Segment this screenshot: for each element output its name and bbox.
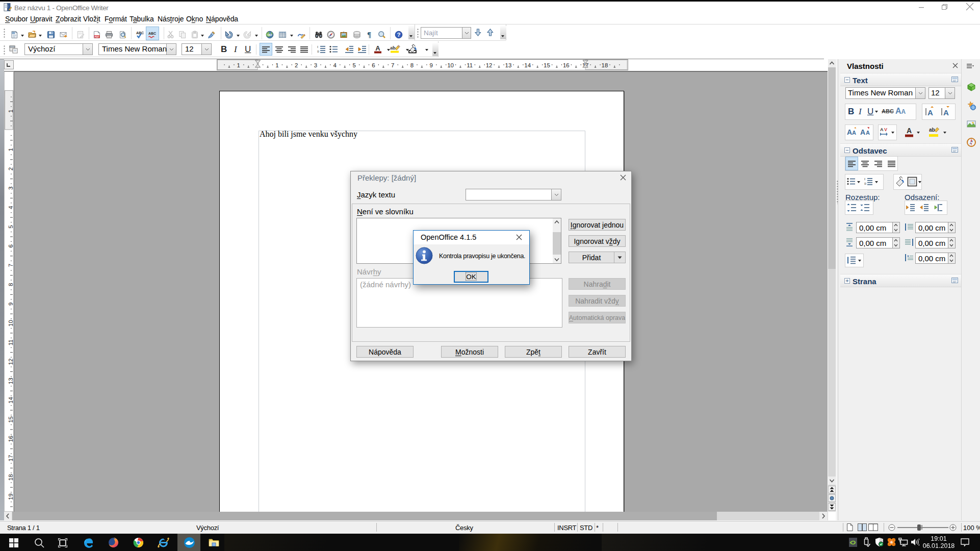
svg-text:12: 12 bbox=[8, 359, 14, 365]
svg-text:A: A bbox=[860, 128, 865, 136]
svg-text:5: 5 bbox=[352, 62, 355, 68]
svg-text:18: 18 bbox=[8, 474, 14, 481]
svg-text:I: I bbox=[864, 178, 865, 181]
svg-text:A: A bbox=[847, 128, 852, 136]
svg-text:13: 13 bbox=[8, 378, 14, 384]
svg-text:1: 1 bbox=[8, 148, 14, 151]
svg-text:4: 4 bbox=[333, 62, 337, 68]
svg-text:A: A bbox=[866, 130, 870, 136]
svg-text:9: 9 bbox=[430, 62, 433, 68]
svg-text:¶: ¶ bbox=[367, 31, 371, 39]
svg-text:1: 1 bbox=[275, 62, 278, 68]
svg-text:PDF: PDF bbox=[94, 36, 99, 38]
svg-text:ABC: ABC bbox=[136, 31, 144, 35]
svg-text:II: II bbox=[864, 182, 866, 185]
svg-text:2: 2 bbox=[8, 167, 14, 170]
svg-text:18: 18 bbox=[602, 62, 608, 68]
svg-text:4: 4 bbox=[8, 206, 14, 209]
svg-text:6: 6 bbox=[372, 62, 375, 68]
svg-text:15: 15 bbox=[8, 416, 14, 423]
svg-text:6: 6 bbox=[8, 244, 14, 247]
svg-text:A: A bbox=[907, 127, 912, 135]
svg-text:7: 7 bbox=[391, 62, 394, 68]
svg-text:14: 14 bbox=[524, 62, 531, 68]
svg-text:10: 10 bbox=[8, 320, 14, 327]
svg-text:7: 7 bbox=[8, 264, 14, 267]
svg-text:ab: ab bbox=[929, 127, 935, 133]
svg-text:15: 15 bbox=[544, 62, 550, 68]
svg-text:5: 5 bbox=[8, 225, 14, 228]
svg-text:11: 11 bbox=[8, 339, 14, 345]
svg-text:1: 1 bbox=[8, 109, 14, 112]
svg-text:ABC: ABC bbox=[148, 32, 156, 35]
svg-text:II: II bbox=[317, 50, 319, 53]
svg-text:A: A bbox=[927, 108, 933, 117]
svg-text:A: A bbox=[375, 45, 380, 52]
svg-text:11: 11 bbox=[467, 62, 473, 68]
svg-text:ab: ab bbox=[390, 45, 396, 51]
svg-text:17: 17 bbox=[8, 455, 14, 462]
svg-text:16: 16 bbox=[563, 62, 570, 68]
svg-text:I: I bbox=[317, 45, 318, 48]
svg-text:3: 3 bbox=[314, 62, 317, 68]
svg-text:8: 8 bbox=[8, 283, 14, 286]
svg-text:A: A bbox=[880, 127, 884, 132]
svg-text:3: 3 bbox=[8, 187, 14, 190]
svg-text:8: 8 bbox=[410, 62, 414, 68]
svg-text:2: 2 bbox=[295, 62, 298, 68]
svg-text:9: 9 bbox=[8, 302, 14, 305]
svg-text:10: 10 bbox=[447, 62, 454, 68]
svg-text:12: 12 bbox=[486, 62, 493, 68]
svg-text:13: 13 bbox=[505, 62, 512, 68]
svg-text:1: 1 bbox=[237, 62, 240, 68]
svg-text:14: 14 bbox=[8, 397, 14, 404]
svg-text:?: ? bbox=[397, 32, 400, 38]
svg-text:A: A bbox=[943, 108, 949, 117]
svg-text:19: 19 bbox=[8, 493, 14, 500]
svg-text:V: V bbox=[884, 127, 887, 132]
svg-text:16: 16 bbox=[8, 436, 14, 442]
svg-text:A: A bbox=[852, 130, 856, 136]
svg-text:a: a bbox=[890, 540, 893, 544]
